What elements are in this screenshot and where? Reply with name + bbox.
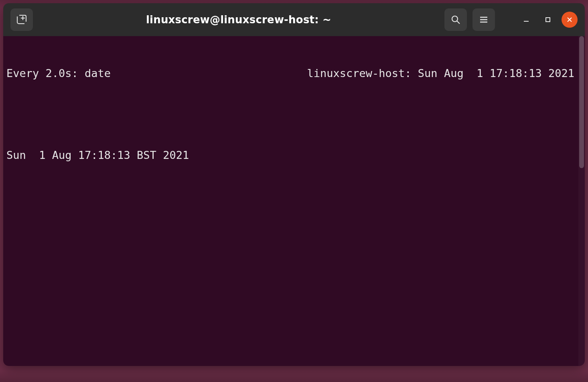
close-button[interactable] <box>562 12 578 28</box>
titlebar-left <box>10 8 33 31</box>
command-output-line: Sun 1 Aug 17:18:13 BST 2021 <box>6 148 582 162</box>
maximize-button[interactable] <box>540 12 556 28</box>
scrollbar-thumb[interactable] <box>579 36 584 168</box>
watch-host-time: linuxscrew-host: Sun Aug 1 17:18:13 2021 <box>307 67 574 80</box>
new-tab-icon <box>16 14 28 26</box>
close-icon <box>566 16 573 23</box>
svg-line-3 <box>457 21 460 24</box>
maximize-icon <box>544 16 552 24</box>
terminal-body[interactable]: Every 2.0s: datelinuxscrew-host: Sun Aug… <box>3 36 585 366</box>
svg-rect-8 <box>546 18 550 22</box>
search-button[interactable] <box>444 8 467 31</box>
scrollbar-track[interactable] <box>578 36 585 366</box>
hamburger-menu-icon <box>479 14 489 25</box>
minimize-button[interactable] <box>518 12 534 28</box>
menu-button[interactable] <box>472 8 495 31</box>
blank-line <box>6 108 582 121</box>
titlebar-center: linuxscrew@linuxscrew-host: ~ <box>39 14 438 26</box>
titlebar[interactable]: linuxscrew@linuxscrew-host: ~ <box>3 3 585 36</box>
terminal-window: linuxscrew@linuxscrew-host: ~ <box>3 3 585 366</box>
desktop-bottom-shade <box>0 366 588 382</box>
window-title: linuxscrew@linuxscrew-host: ~ <box>146 14 331 26</box>
titlebar-right <box>444 8 578 31</box>
search-icon <box>450 14 461 25</box>
watch-header-row: Every 2.0s: datelinuxscrew-host: Sun Aug… <box>6 67 582 80</box>
minimize-icon <box>522 16 530 24</box>
new-tab-button[interactable] <box>10 8 33 31</box>
svg-point-2 <box>452 16 458 22</box>
watch-interval-label: Every 2.0s: date <box>6 67 111 80</box>
